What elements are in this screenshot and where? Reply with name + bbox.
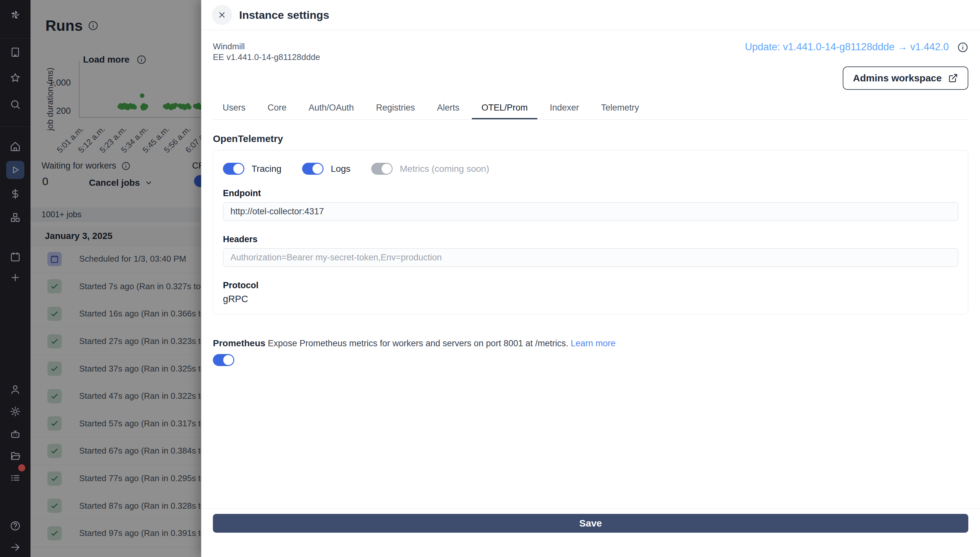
dollar-icon[interactable]	[6, 185, 24, 203]
close-button[interactable]	[212, 5, 232, 25]
tab-core[interactable]: Core	[258, 103, 297, 119]
sidebar	[0, 0, 31, 557]
toggle-label: Metrics (coming soon)	[400, 164, 489, 174]
tab-label: Registries	[376, 103, 415, 112]
user-icon[interactable]	[6, 380, 24, 399]
app-name: Windmill	[213, 41, 320, 52]
toggle-label: Tracing	[252, 164, 281, 174]
home-icon[interactable]	[6, 137, 24, 156]
update-link[interactable]: Update: v1.441.0-14-g81128ddde → v1.442.…	[745, 41, 949, 53]
prometheus-toggle[interactable]	[213, 354, 234, 366]
arrow-right-icon[interactable]	[6, 538, 24, 556]
tab-auth-oauth[interactable]: Auth/OAuth	[299, 103, 364, 119]
toggle-tracing[interactable]	[223, 163, 244, 175]
tab-label: Auth/OAuth	[309, 103, 354, 112]
play-icon[interactable]	[6, 161, 24, 179]
tab-telemetry[interactable]: Telemetry	[591, 103, 649, 119]
robot-icon[interactable]	[6, 425, 24, 443]
tab-alerts[interactable]: Alerts	[427, 103, 469, 119]
otel-heading: OpenTelemetry	[213, 133, 968, 144]
tab-label: Core	[268, 103, 287, 112]
windmill-logo-icon	[6, 6, 24, 24]
calendar-icon[interactable]	[6, 248, 24, 266]
modal-title: Instance settings	[239, 9, 329, 21]
toggle-metrics-coming-soon[interactable]	[371, 163, 393, 175]
admins-workspace-button[interactable]: Admins workspace	[843, 67, 968, 90]
tab-label: OTEL/Prom	[482, 103, 528, 112]
info-icon[interactable]	[957, 42, 968, 53]
notification-badge	[18, 464, 25, 471]
protocol-label: Protocol	[223, 280, 958, 290]
endpoint-input[interactable]	[223, 202, 958, 221]
folder-icon[interactable]	[6, 447, 24, 465]
tab-label: Alerts	[437, 103, 459, 112]
tab-registries[interactable]: Registries	[366, 103, 425, 119]
toggle-knob	[312, 164, 323, 174]
update-wrap: Update: v1.441.0-14-g81128ddde → v1.442.…	[745, 41, 968, 63]
external-link-icon	[948, 73, 958, 83]
admins-row: Admins workspace	[213, 67, 968, 90]
modal-body: Windmill EE v1.441.0-14-g81128ddde Updat…	[201, 41, 980, 541]
toggle-knob	[233, 164, 243, 174]
otel-toggles: Tracing Logs Metrics (coming soon)	[223, 163, 958, 175]
close-icon	[217, 10, 227, 20]
modal-header: Instance settings	[201, 0, 980, 30]
app-version: EE v1.441.0-14-g81128ddde	[213, 52, 320, 63]
prometheus-title: Prometheus	[213, 338, 265, 348]
headers-label: Headers	[223, 235, 958, 244]
prometheus-section: Prometheus Expose Prometheus metrics for…	[213, 337, 968, 350]
instance-settings-modal: Instance settings Windmill EE v1.441.0-1…	[201, 0, 980, 557]
endpoint-label: Endpoint	[223, 188, 958, 199]
toggle-knob	[382, 164, 392, 174]
toggle-knob	[223, 355, 233, 365]
building-icon[interactable]	[6, 43, 24, 61]
sidebar-divider	[0, 38, 31, 39]
tab-label: Users	[223, 103, 246, 112]
help-icon[interactable]	[6, 517, 24, 535]
settings-tabs: UsersCoreAuth/OAuthRegistriesAlertsOTEL/…	[213, 103, 968, 120]
admins-workspace-label: Admins workspace	[853, 73, 942, 84]
plus-icon[interactable]	[6, 269, 24, 287]
tab-label: Telemetry	[601, 103, 639, 112]
toggle-logs[interactable]	[302, 163, 323, 175]
otel-box: Tracing Logs Metrics (coming soon) Endpo…	[213, 150, 968, 314]
toggle-label: Logs	[331, 164, 350, 174]
tab-label: Indexer	[550, 103, 579, 112]
gear-icon[interactable]	[6, 402, 24, 420]
learn-more-link[interactable]: Learn more	[571, 339, 616, 348]
tab-indexer[interactable]: Indexer	[540, 103, 589, 119]
version-info: Windmill EE v1.441.0-14-g81128ddde	[213, 41, 320, 63]
version-row: Windmill EE v1.441.0-14-g81128ddde Updat…	[213, 41, 968, 63]
protocol-value: gRPC	[223, 294, 958, 305]
save-button[interactable]: Save	[213, 514, 968, 533]
headers-input[interactable]	[223, 248, 958, 267]
save-bar: Save	[201, 508, 980, 541]
star-icon[interactable]	[6, 69, 24, 87]
prometheus-description: Expose Prometheus metrics for workers an…	[268, 339, 568, 348]
search-icon[interactable]	[6, 95, 24, 114]
tab-users[interactable]: Users	[213, 103, 255, 119]
cubes-icon[interactable]	[6, 208, 24, 226]
list-icon[interactable]	[6, 469, 24, 487]
tab-otel-prom[interactable]: OTEL/Prom	[472, 103, 538, 119]
